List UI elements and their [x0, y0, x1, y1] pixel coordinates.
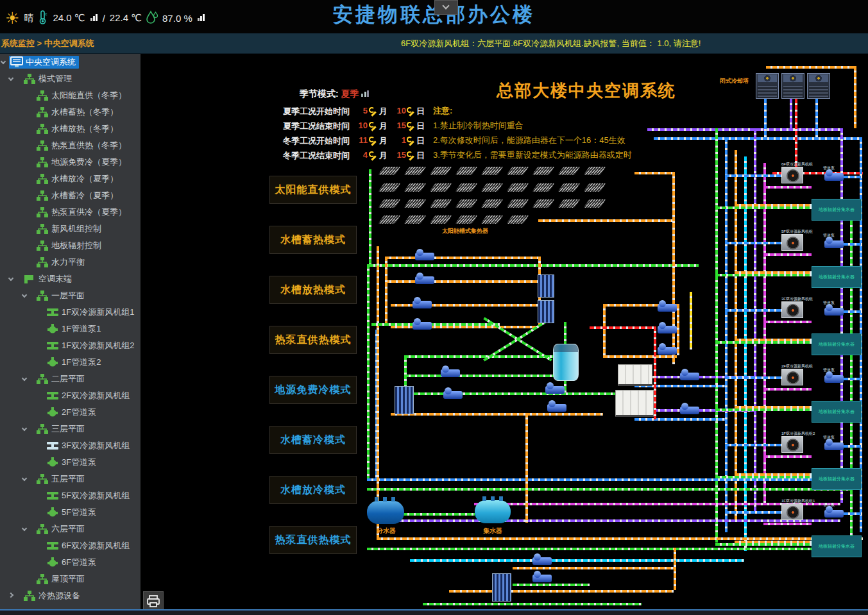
tree-item[interactable]: 三层平面 — [0, 421, 140, 437]
tree-item[interactable]: 一层平面 — [0, 287, 140, 304]
tree-item[interactable]: 1F双冷源新风机组1 — [0, 304, 140, 321]
org-icon — [36, 290, 49, 301]
pipe-orange — [385, 257, 387, 323]
setpoint-icon[interactable] — [361, 90, 369, 97]
solar-collector-icon — [532, 183, 554, 192]
solar-collector-icon — [378, 215, 400, 224]
edit-day-wrench-icon[interactable] — [407, 151, 415, 160]
tree-item[interactable]: 3F管道泵 — [0, 454, 140, 471]
pump-icon — [46, 407, 59, 418]
tree-item[interactable]: 水槽蓄冷（夏季） — [0, 187, 140, 204]
edit-day-wrench-icon[interactable] — [407, 137, 415, 145]
mode-button[interactable]: 热泵直供热模式 — [269, 526, 357, 554]
day-unit: 日 — [416, 106, 425, 117]
pipe-blue — [725, 511, 781, 514]
mode-button[interactable]: 水槽放热模式 — [269, 276, 357, 304]
tree-item[interactable]: 6F管道泵 — [0, 554, 140, 571]
solar-collector-icon — [404, 199, 426, 208]
edit-day-wrench-icon[interactable] — [407, 107, 415, 115]
tree-item[interactable]: 新风机组控制 — [0, 221, 140, 237]
chevron-down-icon[interactable] — [22, 292, 27, 298]
mode-button[interactable]: 水槽蓄热模式 — [269, 226, 357, 254]
pipe-green — [369, 169, 371, 264]
pipe-purple — [647, 128, 840, 131]
tree-item[interactable]: 热泵直供热（冬季） — [0, 137, 140, 154]
season-mode-label: 季节模式: — [300, 88, 339, 99]
pipe-green — [715, 274, 812, 276]
tree-item[interactable]: 地板辐射控制 — [0, 237, 140, 254]
tree-item[interactable]: 水槽放冷（夏季） — [0, 171, 140, 187]
pipe-green — [369, 264, 699, 267]
pipe-blue — [367, 478, 860, 481]
floor-radiant-panel: 地板辐射分集水器 — [812, 199, 862, 221]
edit-month-wrench-icon[interactable] — [369, 107, 377, 115]
tree-item[interactable]: 6F双冷源新风机组 — [0, 537, 140, 554]
pipe-magenta — [763, 186, 812, 189]
chevron-down-icon[interactable] — [22, 526, 27, 531]
pipe-green — [367, 264, 370, 478]
mode-button[interactable]: 水槽蓄冷模式 — [269, 426, 357, 454]
tree-item-label: 一层平面 — [51, 290, 85, 301]
tree-item[interactable]: 模式管理 — [0, 71, 140, 87]
tree-item[interactable]: 5F双冷源新风机组 — [0, 487, 140, 504]
tree-item[interactable]: 屋顶平面 — [0, 571, 140, 587]
tree-item-label: 2F管道泵 — [62, 407, 96, 418]
mode-button[interactable]: 热泵直供热模式 — [269, 326, 357, 354]
tree-item[interactable]: 3F双冷源新风机组 — [0, 437, 140, 454]
chevron-down-icon[interactable] — [22, 426, 27, 431]
tree-item[interactable]: 5F管道泵 — [0, 504, 140, 521]
chevron-down-icon — [442, 2, 449, 9]
chevron-right-icon[interactable] — [8, 593, 13, 598]
edit-month-wrench-icon[interactable] — [369, 151, 377, 160]
pipe-orange — [377, 246, 379, 537]
edit-day-wrench-icon[interactable] — [407, 122, 415, 130]
pipe-green — [404, 355, 564, 358]
breadcrumb[interactable]: 系统监控 > 中央空调系统 — [1, 38, 94, 49]
pipe-blue — [725, 444, 781, 446]
tree-item[interactable]: 中央空调系统 — [0, 54, 140, 71]
mode-button[interactable]: 地源免费冷模式 — [269, 376, 357, 404]
fresh-air-unit — [781, 167, 803, 183]
tree-item[interactable]: 空调末端 — [0, 271, 140, 287]
tree-item[interactable]: 水槽蓄热（冬季） — [0, 104, 140, 121]
tree-item[interactable]: 2F管道泵 — [0, 404, 140, 421]
tree-item[interactable]: 2F双冷源新风机组 — [0, 387, 140, 404]
water-pump — [680, 407, 699, 414]
note-line: 2.每次修改时间后，能源路由器在下一个16：45生效 — [433, 135, 632, 146]
tree-item[interactable]: 五层平面 — [0, 471, 140, 487]
chevron-down-icon[interactable] — [22, 476, 27, 481]
tree-item[interactable]: 六层平面 — [0, 521, 140, 537]
collapse-header-button[interactable] — [434, 0, 458, 15]
org-icon — [36, 257, 49, 268]
tree-item[interactable]: 1F管道泵2 — [0, 354, 140, 371]
water-pump — [413, 322, 432, 330]
app-window: ☀ 晴 c 24.0 ℃ / 22.4 ℃ 87.0 % 安捷物联总部办公楼 系… — [0, 0, 868, 615]
tree-item[interactable]: 水力平衡 — [0, 254, 140, 271]
edit-month-wrench-icon[interactable] — [369, 122, 377, 130]
season-mode-value: 夏季 — [341, 88, 359, 99]
tree-item-label: 水槽蓄热（冬季） — [51, 106, 118, 118]
water-pump — [824, 240, 844, 248]
tree-item[interactable]: 二层平面 — [0, 371, 140, 387]
edit-month-wrench-icon[interactable] — [369, 137, 377, 145]
chevron-down-icon[interactable] — [8, 76, 13, 81]
printer-icon — [146, 595, 160, 608]
water-pump — [441, 369, 460, 377]
tree-item[interactable]: 太阳能直供（冬季） — [0, 87, 140, 104]
ahu-icon — [46, 440, 59, 451]
chevron-down-icon[interactable] — [1, 59, 6, 64]
mode-button[interactable]: 太阳能直供模式 — [269, 176, 357, 204]
tree-item[interactable]: 热泵直供冷（夏季） — [0, 204, 140, 221]
tree-item[interactable]: 水槽放热（冬季） — [0, 121, 140, 137]
mode-button[interactable]: 水槽放冷模式 — [269, 476, 357, 504]
chevron-down-icon[interactable] — [22, 376, 27, 381]
tree-item[interactable]: 地源免费冷（夏季） — [0, 154, 140, 171]
tree-item[interactable]: 1F双冷源新风机组2 — [0, 337, 140, 354]
tree-item[interactable]: 1F管道泵1 — [0, 321, 140, 337]
tree-item-label: 2F双冷源新风机组 — [62, 390, 130, 401]
solar-collector-icon — [481, 215, 503, 224]
cooling-tower — [781, 73, 804, 99]
water-pump — [532, 575, 552, 582]
chevron-down-icon[interactable] — [8, 276, 13, 281]
tree-item[interactable]: 冷热源设备 — [0, 587, 140, 604]
